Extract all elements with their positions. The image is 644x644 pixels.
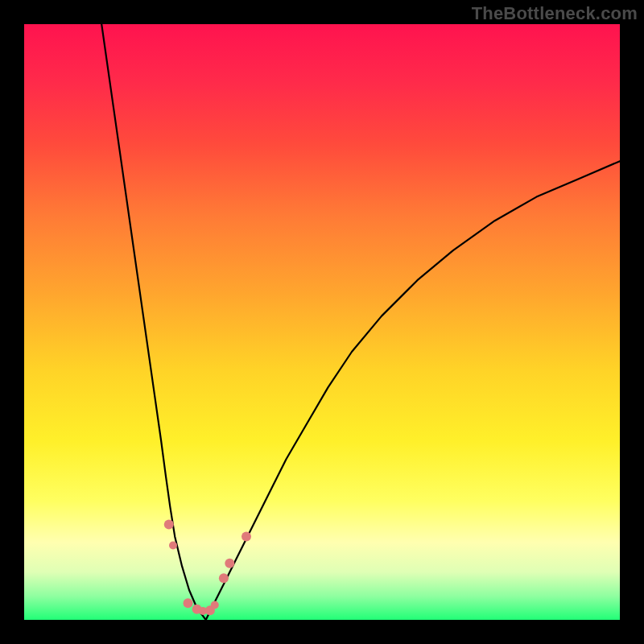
bottleneck-chart <box>24 24 620 620</box>
plot-area <box>24 24 620 620</box>
data-dot <box>169 542 177 550</box>
data-dot <box>225 559 234 568</box>
data-dot <box>184 598 193 608</box>
data-dot <box>211 601 219 609</box>
chart-frame: TheBottleneck.com <box>0 0 644 644</box>
watermark-text: TheBottleneck.com <box>472 3 638 24</box>
data-dot <box>164 520 174 530</box>
data-dot <box>219 573 229 583</box>
data-dot <box>242 531 251 541</box>
